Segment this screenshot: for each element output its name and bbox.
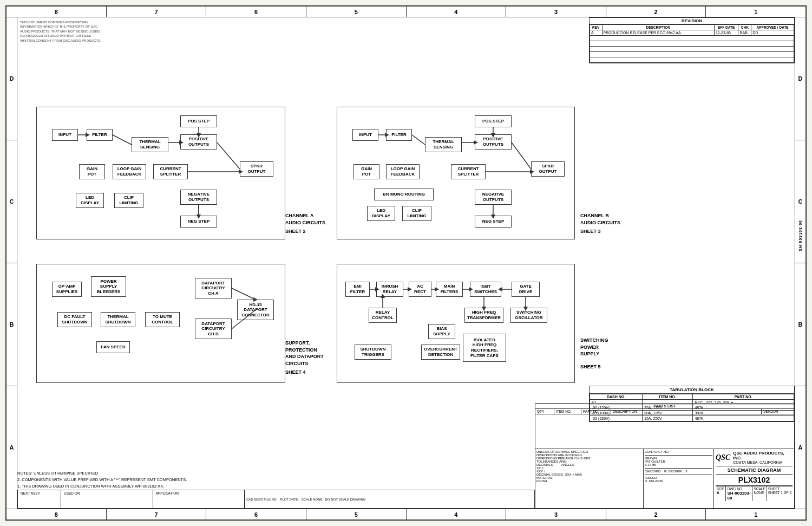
sw-bias-supply-block: BIASSUPPLY xyxy=(428,324,455,339)
cb-pos-outputs-block: POSITIVEOUTPUTS xyxy=(475,134,512,150)
rev-col-desc: DESCRIPTION xyxy=(602,25,714,30)
grid-left-C: C xyxy=(6,140,17,263)
size-val: A xyxy=(717,491,724,495)
ca-led-display-block: LEDDISPLAY xyxy=(76,193,104,208)
sp-fan-speed-block: FAN SPEED xyxy=(96,341,130,353)
company-name-section: QSC AUDIO PRODUCTS, INC. COSTA MESA, CAL… xyxy=(733,451,793,464)
ca-neg-outputs-block: NEGATIVEOUTPUTS xyxy=(180,190,217,205)
pl-item-header: ITEM NO. xyxy=(554,409,581,414)
grid-right-B: B xyxy=(795,263,806,386)
grid-bottom-7: 7 xyxy=(107,509,207,519)
cb-br-mono-block: BR MONO ROUTING xyxy=(374,189,434,200)
tab-item-header: ITEM NO. xyxy=(642,394,692,400)
ca-input-block: INPUT xyxy=(52,129,78,141)
left-grid-labels: D C B A xyxy=(6,17,17,509)
cb-filter-block: FILTER xyxy=(386,129,412,141)
cb-neg-outputs-block: NEGATIVEOUTPUTS xyxy=(475,190,512,205)
cb-current-splitter-block: CURRENTSPLITTER xyxy=(451,164,486,179)
sw-gate-drive-block: GATEDRIVE xyxy=(512,282,540,297)
drawing-number-text: SH-003103-00 xyxy=(798,220,802,251)
plot-date-label: PLOT DATE: xyxy=(280,498,298,501)
sp-opamp-block: OP-AMPSUPPLIES xyxy=(52,282,82,297)
ca-thermal-block: THERMALSENSING xyxy=(132,137,168,152)
note-1: 2. COMPONENTS WITH VALUE PREFIXED WITH A… xyxy=(17,477,529,483)
ca-pos-outputs-block: POSITIVEOUTPUTS xyxy=(180,134,217,150)
parts-list-columns: QTY ITEM NO. PART NO. DESCRIPTION VENDOR xyxy=(535,409,794,414)
pl-desc-header: DESCRIPTION xyxy=(611,409,762,414)
channel-a-sheet: SHEET 2 xyxy=(285,229,306,235)
revision-col-headers: REV DESCRIPTION EFF DATE CHK APPROVED / … xyxy=(590,25,794,30)
sp-dataport-b-block: DATAPORTCIRCUITRYCH B xyxy=(195,319,232,339)
cb-pos-step-block: POS STEP xyxy=(475,115,512,127)
ca-spkr-output-block: SPKROUTPUT xyxy=(240,161,273,177)
cb-clip-limiting-block: CLIPLIMITING xyxy=(402,206,431,221)
ca-filter-block: FILTER xyxy=(87,129,113,141)
channel-a-label-circuits: AUDIO CIRCUITS xyxy=(285,219,325,226)
cb-input-block: INPUT xyxy=(352,129,378,141)
ca-loop-feedback-block: LOOP GAINFEEDBACK xyxy=(113,164,146,179)
dwg-no-label: DWG NO. xyxy=(727,487,751,491)
support-text3: AND DATAPORT xyxy=(285,353,324,360)
tab-header-row: DASH NO. ITEM NO. PART NO. xyxy=(590,394,794,400)
sw-inrush-relay-block: INRUSHRELAY xyxy=(376,282,403,297)
drawn-section: DRAWN PAT QUILTER 6-24-85 xyxy=(645,455,712,466)
sw-shutdown-block: SHUTDOWNTRIGGERS xyxy=(355,345,391,360)
rev-col-chk: CHK xyxy=(738,25,751,30)
support-text2: PROTECTION xyxy=(285,347,324,354)
revision-row-0: A PRODUCTION RELEASE PER ECO 6947 AA 12-… xyxy=(590,30,794,36)
channel-a-label: CHANNEL A AUDIO CIRCUITS xyxy=(285,212,325,226)
application-cell: APPLICATION xyxy=(153,490,245,508)
sp-mute-control-block: TO MUTECONTROL xyxy=(145,312,180,327)
dwg-no-cell: DWG NO. SH-003103-00 xyxy=(726,486,752,501)
grid-left-B: B xyxy=(6,263,17,386)
approval-section: CONTRACT NO. DRAWN PAT QUILTER 6-24-85 C… xyxy=(644,449,714,508)
grid-bottom-6: 6 xyxy=(206,509,306,519)
sheet-label: SHEET xyxy=(768,487,791,491)
scale-bottom-val: NONE xyxy=(313,498,322,501)
revision-row-empty-2 xyxy=(590,41,794,47)
scale-cell: SCALE NONE xyxy=(752,486,767,501)
proprietary-text: THIS DOCUMENT CONTAINS PROPRIETARY INFOR… xyxy=(20,20,101,43)
channel-a-label-text: CHANNEL A xyxy=(285,212,325,219)
sw-text2: POWER xyxy=(580,344,608,351)
grid-top-8: 8 xyxy=(6,7,107,17)
next-assy-row: NEXT ASSY USED ON APPLICATION xyxy=(17,490,245,509)
revision-row-empty-4 xyxy=(590,52,794,57)
sw-overcurrent-block: OVERCURRENTDETECTION xyxy=(421,345,460,360)
next-assy-cell: NEXT ASSY xyxy=(18,490,61,508)
grid-left-D: D xyxy=(6,17,17,140)
page: 8 7 6 5 4 3 2 1 8 7 6 5 4 3 2 1 D C B A xyxy=(0,0,812,526)
drawing-title: SCHEMATIC DIAGRAM xyxy=(716,466,793,475)
revision-table-container: REVISION REV DESCRIPTION EFF DATE CHK AP… xyxy=(589,17,795,63)
ca-gain-block: GAINPOT xyxy=(79,164,105,179)
checked-label: CHECKED xyxy=(645,470,660,473)
proprietary-notice: THIS DOCUMENT CONTAINS PROPRIETARY INFOR… xyxy=(20,20,101,43)
sw-ac-rect-block: ACRECT xyxy=(409,282,431,297)
contract-no-label: CONTRACT NO. xyxy=(645,450,712,453)
rev-col-rev: REV xyxy=(590,25,603,30)
scale-bottom: SCALE NONE xyxy=(302,498,323,501)
pl-qty-header: QTY xyxy=(535,409,554,414)
pl-vendor-header: VENDOR xyxy=(762,409,794,414)
checked-section: CHECKED R. BECKER X xyxy=(645,468,712,473)
drawing-number: SH-003103-00 xyxy=(727,491,751,501)
rev-col-approved: APPROVED / DATE xyxy=(751,25,794,30)
rev-row0-desc: PRODUCTION RELEASE PER ECO 6947 AA xyxy=(602,30,714,36)
sw-main-filters-block: MAINFILTERS xyxy=(436,282,463,297)
ca-neg-step-block: NEG STEP xyxy=(180,216,217,228)
cb-spkr-output-block: SPKROUTPUT xyxy=(531,161,565,177)
support-sheet: SHEET 4 xyxy=(285,369,306,376)
rev-col-date: EFF DATE xyxy=(714,25,738,30)
switching-supply-diagram: EMIFILTER INRUSHRELAY ACRECT MAINFILTERS… xyxy=(337,264,575,383)
do-not-scale: DO NOT SCALE DRAWING xyxy=(325,498,366,501)
sheet-val: SHEET 1 OF 5 xyxy=(768,491,791,495)
ca-clip-limiting-block: CLIPLIMITING xyxy=(114,193,143,208)
sw-igbt-switches-block: IGBTSWITCHES xyxy=(470,282,501,297)
scale-label: SCALE xyxy=(754,487,765,491)
cb-thermal-block: THERMALSENSING xyxy=(425,137,462,152)
svg-line-15 xyxy=(412,135,425,145)
channel-b-diagram: INPUT FILTER THERMALSENSING POS STEP POS… xyxy=(337,107,575,239)
support-text1: SUPPORT, xyxy=(285,340,324,347)
grid-top-5: 5 xyxy=(306,7,407,17)
svg-line-2 xyxy=(113,135,132,145)
